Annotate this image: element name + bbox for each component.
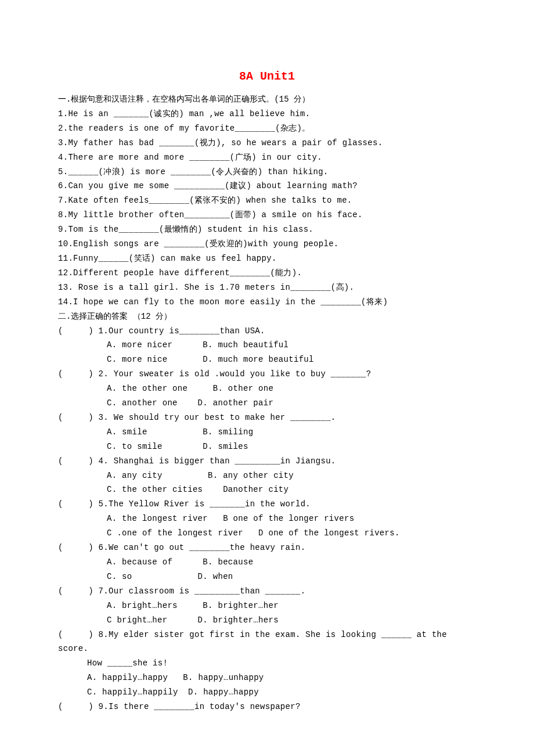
mcq-option-line: C. to smile D. smiles: [58, 440, 476, 454]
section1-header: 一.根据句意和汉语注释，在空格内写出各单词的正确形式。(15 分）: [58, 92, 476, 107]
fill-blank-item: 1.He is an _______(诚实的) man ,we all beli…: [58, 107, 476, 121]
mcq-question: ( ) 5.The Yellow River is _______in the …: [58, 497, 476, 512]
mcq-option-line: A. the longest river B one of the longer…: [58, 512, 476, 526]
fill-blank-item: 9.Tom is the________(最懒惰的) student in hi…: [58, 222, 476, 237]
fill-blank-item: 12.Different people have different______…: [58, 266, 476, 280]
fill-blank-item: 11.Funny______(笑话) can make us feel happ…: [58, 251, 476, 266]
fill-blank-item: 8.My little brother often_________(面带) a…: [58, 208, 476, 222]
section1-items: 1.He is an _______(诚实的) man ,we all beli…: [58, 107, 476, 309]
mcq-question: ( ) 8.My elder sister got first in the e…: [58, 628, 476, 657]
section2-questions: ( ) 1.Our country is________than USA.A. …: [58, 324, 476, 714]
mcq-question: ( ) 6.We can't go out ________the heavy …: [58, 541, 476, 555]
mcq-question: ( ) 3. We should try our best to make he…: [58, 411, 476, 425]
fill-blank-item: 14.I hope we can fly to the moon more ea…: [58, 295, 476, 309]
mcq-option-line: A. more nicer B. much beautiful: [58, 338, 476, 352]
mcq-question: ( ) 2. Your sweater is old .would you li…: [58, 367, 476, 381]
mcq-option-line: C. more nice D. much more beautiful: [58, 352, 476, 367]
mcq-option-line: A. the other one B. other one: [58, 381, 476, 396]
fill-blank-item: 2.the readers is one of my favorite_____…: [58, 121, 476, 136]
mcq-option-line: C. the other cities Danother city: [58, 483, 476, 497]
mcq-question: ( ) 4. Shanghai is bigger than _________…: [58, 454, 476, 469]
mcq-option-line: C. another one D. another pair: [58, 396, 476, 411]
fill-blank-item: 7.Kate often feels________(紧张不安的) when s…: [58, 193, 476, 208]
mcq-option-line: A. happily…happy B. happy…unhappy: [58, 671, 476, 685]
mcq-question: ( ) 9.Is there ________in today's newspa…: [58, 700, 476, 714]
mcq-question: ( ) 7.Our classroom is _________than ___…: [58, 584, 476, 599]
fill-blank-item: 3.My father has bad _______(视力), so he w…: [58, 136, 476, 150]
mcq-option-line: A. smile B. smiling: [58, 425, 476, 440]
mcq-option-line: C. so D. when: [58, 570, 476, 584]
fill-blank-item: 4.There are more and more ________(广场) i…: [58, 150, 476, 165]
mcq-option-line: C. happily…happily D. happy…happy: [58, 685, 476, 700]
fill-blank-item: 5.______(冲浪) is more ________(令人兴奋的) tha…: [58, 165, 476, 179]
mcq-option-line: C bright…her D. brighter…hers: [58, 613, 476, 628]
fill-blank-item: 6.Can you give me some __________(建议) ab…: [58, 179, 476, 193]
section2-header: 二.选择正确的答案 （12 分）: [58, 309, 476, 324]
fill-blank-item: 10.English songs are ________(受欢迎的)with …: [58, 237, 476, 251]
mcq-option-line: A. because of B. because: [58, 555, 476, 570]
mcq-question: ( ) 1.Our country is________than USA.: [58, 324, 476, 339]
mcq-option-line: C .one of the longest river D one of the…: [58, 526, 476, 541]
fill-blank-item: 13. Rose is a tall girl. She is 1.70 met…: [58, 280, 476, 295]
mcq-option-line: How _____she is!: [58, 656, 476, 671]
page-title: 8A Unit1: [58, 70, 476, 83]
mcq-option-line: A. bright…hers B. brighter…her: [58, 599, 476, 613]
mcq-option-line: A. any city B. any other city: [58, 469, 476, 483]
